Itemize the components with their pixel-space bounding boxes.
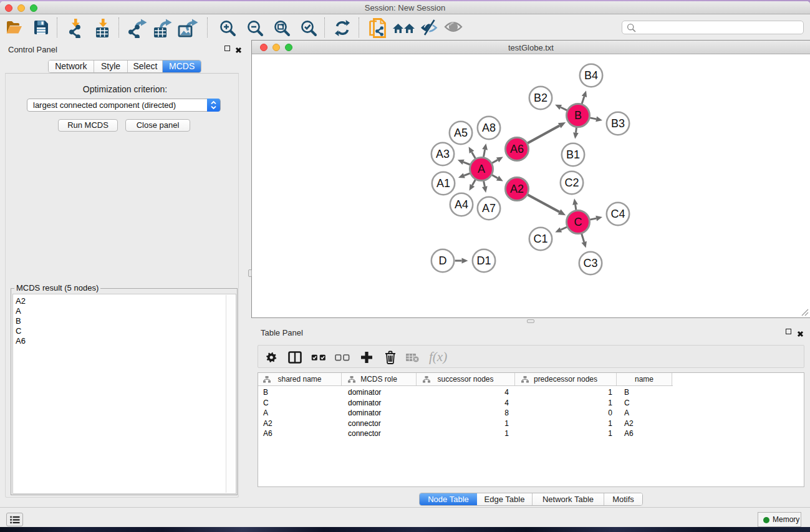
svg-text:A1: A1	[436, 177, 450, 190]
svg-text:B: B	[574, 109, 582, 122]
svg-text:B1: B1	[566, 148, 580, 161]
svg-text:A3: A3	[436, 148, 450, 160]
svg-text:D: D	[439, 254, 447, 267]
svg-text:C1: C1	[533, 233, 547, 245]
svg-text:A8: A8	[482, 122, 496, 134]
svg-text:B2: B2	[534, 92, 547, 104]
svg-text:A5: A5	[454, 127, 468, 139]
svg-text:A4: A4	[455, 198, 468, 211]
svg-text:C3: C3	[583, 257, 597, 269]
svg-text:B4: B4	[584, 69, 598, 82]
svg-text:D1: D1	[476, 254, 491, 267]
svg-text:C4: C4	[610, 208, 625, 220]
svg-text:C2: C2	[564, 177, 579, 189]
svg-text:A6: A6	[510, 143, 524, 155]
svg-text:A: A	[478, 163, 485, 175]
svg-text:B3: B3	[611, 117, 625, 130]
svg-text:A7: A7	[482, 202, 496, 215]
svg-text:A2: A2	[510, 183, 524, 195]
svg-text:C: C	[574, 216, 582, 228]
